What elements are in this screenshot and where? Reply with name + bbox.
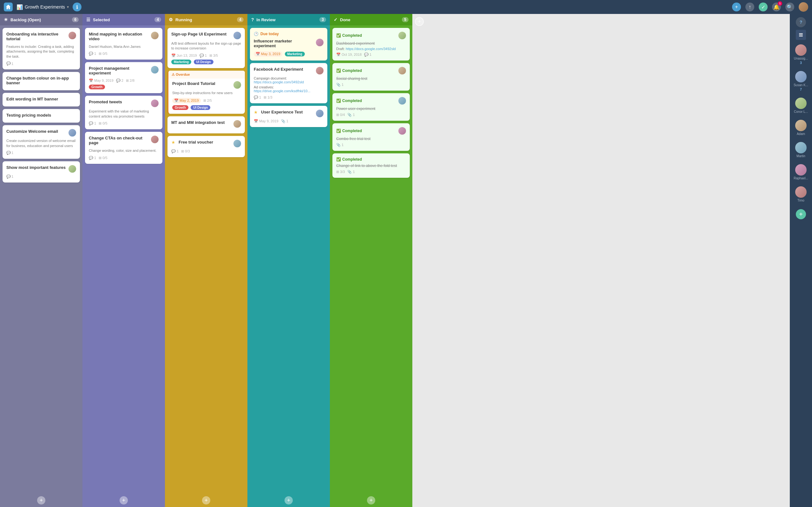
- done-count: 5: [402, 17, 409, 22]
- notif-badge: 5: [778, 1, 782, 6]
- upload-button[interactable]: ↑: [745, 3, 754, 11]
- sidebar-user-conor[interactable]: Conor L...: [792, 96, 810, 115]
- done-icon: ✓: [334, 17, 338, 22]
- inreview-cards: 🕐 Due today Influencer marketer experime…: [247, 25, 330, 494]
- sidebar-user-timo[interactable]: Timo: [793, 184, 809, 204]
- card-show-features[interactable]: Show most important features 💬 1: [3, 161, 80, 182]
- card-free-trial[interactable]: ★ Free trial voucher 💬 1 ⊞ 0/3: [167, 136, 245, 157]
- card-button-colour[interactable]: Change button colour on in-app banner: [3, 72, 80, 90]
- card-edit-wording[interactable]: Edit wording in MT banner: [3, 93, 80, 107]
- card-promoted-tweets[interactable]: Promoted tweets Experiment with the valu…: [85, 96, 162, 129]
- card-title: Testing pricing models: [6, 113, 76, 118]
- susan-avatar: [795, 71, 807, 82]
- card-mind-mapping[interactable]: Mind mapping in education video Daniel H…: [85, 28, 162, 60]
- home-icon[interactable]: [4, 3, 13, 11]
- check-circle-icon: ✅: [336, 157, 341, 162]
- svg-rect-0: [799, 33, 803, 34]
- card-desc: Create customized version of welcome ema…: [6, 138, 76, 148]
- tasks-icon: ⊞ 1/3: [264, 95, 272, 100]
- sidebar-user-susan[interactable]: Susan K... 7: [792, 69, 810, 93]
- card-power-user[interactable]: ✅ Completed Power user experiment ⊞ 0/4 …: [333, 93, 410, 121]
- card-avatar: [398, 97, 406, 105]
- comment-icon: 💬 1: [171, 149, 179, 153]
- comment-icon: 💬 2: [116, 78, 123, 83]
- card-signup-experiment[interactable]: Sign-up Page UI Experiment A/B test diff…: [167, 28, 245, 68]
- card-pricing-models[interactable]: Testing pricing models: [3, 109, 80, 123]
- tasks-icon: ⊞ 0/3: [181, 149, 190, 153]
- check-circle-icon: ✅: [336, 129, 341, 133]
- check-button[interactable]: ✓: [759, 3, 768, 11]
- backlog-add: +: [0, 494, 83, 507]
- selected-icon: ☰: [86, 17, 90, 22]
- project-name-area[interactable]: 📊 Growth Experiments ▾: [16, 4, 69, 10]
- tasks-icon: ⊞ 3/5: [209, 54, 218, 58]
- card-title: Mind mapping in education video: [89, 32, 149, 41]
- card-project-board[interactable]: ⚠ Overdue Project Board Tutorial Step-by…: [167, 71, 245, 114]
- card-title: Project management experiment: [89, 66, 149, 75]
- add-card-backlog-button[interactable]: +: [37, 496, 45, 504]
- card-project-mgmt[interactable]: Project management experiment 📅 May 9, 2…: [85, 62, 162, 93]
- martin-name: Martin: [797, 154, 805, 158]
- add-member-button[interactable]: +: [796, 209, 806, 219]
- date-icon: 📅 May 9, 2019: [89, 78, 113, 83]
- add-card-running-button[interactable]: +: [202, 496, 210, 504]
- notification-button[interactable]: 🔔5: [772, 3, 781, 11]
- card-link1: https://docs.google.com/3492sld: [254, 80, 323, 84]
- add-column-button[interactable]: +: [415, 17, 424, 26]
- selected-cards: Mind mapping in education video Daniel H…: [83, 25, 165, 494]
- inreview-title: In Review: [257, 17, 317, 22]
- running-icon: ⚙: [169, 17, 173, 22]
- card-mt-mm[interactable]: MT and MM integration test: [167, 116, 245, 133]
- add-card-selected-button[interactable]: +: [119, 496, 128, 504]
- check-circle-icon: ✅: [336, 68, 341, 73]
- tasks-icon: ⊞ 2/5: [203, 99, 212, 103]
- sidebar-toggle-button[interactable]: [796, 30, 806, 40]
- user-avatar[interactable]: [799, 2, 808, 12]
- card-influencer[interactable]: 🕐 Due today Influencer marketer experime…: [250, 28, 327, 60]
- check-circle-icon: ✅: [336, 33, 341, 38]
- card-link-fold-test[interactable]: ✅ Completed Change of link to above the …: [333, 153, 410, 178]
- sidebar-user-unassigned[interactable]: Unassig... 3: [792, 43, 810, 66]
- svg-rect-2: [799, 36, 803, 37]
- raphael-name: Raphael...: [794, 176, 808, 180]
- completed-header: ✅ Completed: [336, 32, 406, 39]
- card-title: Social sharing test: [336, 76, 406, 81]
- add-button[interactable]: +: [732, 3, 741, 11]
- card-change-ctas[interactable]: Change CTAs on check-out page Change wor…: [85, 132, 162, 164]
- add-card-done-button[interactable]: +: [367, 496, 375, 504]
- card-facebook-ad[interactable]: Facebook Ad Experiment Campaign document…: [250, 63, 327, 103]
- card-social-sharing[interactable]: ✅ Completed Social sharing test 📎 1: [333, 63, 410, 91]
- card-title: Power user experiment: [336, 107, 406, 111]
- card-ux-test[interactable]: ★ User Experience Test 📅 May 9, 2019 📎 1: [250, 106, 327, 127]
- timo-avatar: [795, 186, 807, 198]
- card-onboarding[interactable]: Onboarding via interactive tutorial Feat…: [3, 28, 80, 69]
- tasks-icon: ⊞ 0/5: [99, 121, 107, 125]
- chart-icon: 📊: [16, 4, 23, 10]
- search-button[interactable]: 🔍: [785, 3, 794, 11]
- conor-name: Conor L...: [794, 110, 808, 113]
- project-title: Growth Experiments: [25, 4, 65, 9]
- sidebar-user-adam[interactable]: Adam: [793, 118, 809, 137]
- add-card-inreview-button[interactable]: +: [285, 496, 293, 504]
- card-title: MT and MM integration test: [171, 120, 232, 125]
- card-title: Influencer marketer experiment: [254, 39, 314, 48]
- sidebar-user-raphael[interactable]: Raphael...: [792, 162, 810, 182]
- date-icon: 📅 Oct 19, 2018: [336, 53, 362, 57]
- card-desc: Step-by-step instructions for new users: [172, 91, 241, 95]
- attach-icon: 📎 1: [336, 143, 344, 147]
- info-button[interactable]: ℹ: [72, 3, 82, 11]
- card-welcome-email[interactable]: Customize Welcome email Create customize…: [3, 125, 80, 159]
- comment-icon: 💬 1: [6, 61, 13, 66]
- card-title: User Experience Test: [261, 110, 314, 114]
- completed-label: Completed: [342, 33, 362, 38]
- column-inreview: ? In Review 3 🕐 Due today Influencer mar…: [247, 14, 330, 507]
- card-avatar: [234, 32, 241, 39]
- card-campaign-desc: Campaign document:: [254, 76, 323, 80]
- conor-avatar: [795, 98, 807, 109]
- comment-icon: 💬 1: [6, 151, 13, 155]
- sidebar-user-martin[interactable]: Martin: [793, 140, 809, 160]
- card-dashboard-experiment[interactable]: ✅ Completed Dashboard experiment Draft: …: [333, 28, 410, 60]
- card-combo-free-trial[interactable]: ✅ Completed Combo free trial test 📎 1: [333, 123, 410, 151]
- card-avatar: [316, 39, 323, 46]
- card-avatar: [68, 32, 76, 39]
